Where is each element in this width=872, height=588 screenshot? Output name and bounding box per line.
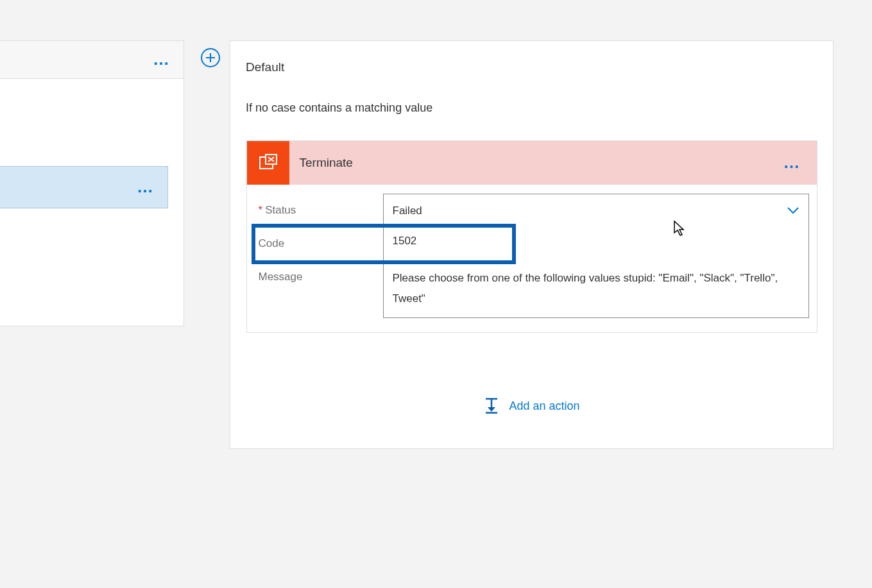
default-case-card: Default If no case contains a matching v… [230,40,834,449]
left-panel-collapsed-gray: … [0,40,184,79]
left-panel-selected-case[interactable]: … [0,166,168,208]
message-input[interactable]: Please choose from one of the following … [383,260,809,318]
add-action-button[interactable]: Add an action [246,397,817,416]
status-label: *Status [255,194,383,227]
more-menu-icon[interactable]: … [153,57,171,62]
status-select[interactable]: Failed [383,194,809,227]
code-input[interactable]: 1502 [383,227,809,260]
terminate-action-block: Terminate … *Status Failed Code [246,140,817,333]
chevron-down-icon [787,205,799,217]
terminate-icon [247,141,289,185]
status-value: Failed [393,205,422,217]
message-label: Message [255,260,383,318]
status-row: *Status Failed [255,194,809,227]
terminate-title: Terminate [300,156,353,170]
code-row: Code 1502 [255,227,809,260]
message-row: Message Please choose from one of the fo… [255,260,809,318]
svg-marker-6 [488,407,495,412]
code-label: Code [255,227,383,260]
required-star-icon: * [259,204,263,216]
default-title: Default [246,60,817,74]
add-case-icon[interactable] [201,48,220,67]
default-subtitle: If no case contains a matching value [246,101,817,115]
terminate-more-menu-icon[interactable]: … [783,160,801,165]
add-action-label: Add an action [509,399,579,413]
more-menu-icon[interactable]: … [137,185,155,190]
add-action-icon [483,397,500,416]
terminate-header[interactable]: Terminate … [247,141,817,185]
terminate-form: *Status Failed Code 1502 Message Please … [247,185,817,332]
